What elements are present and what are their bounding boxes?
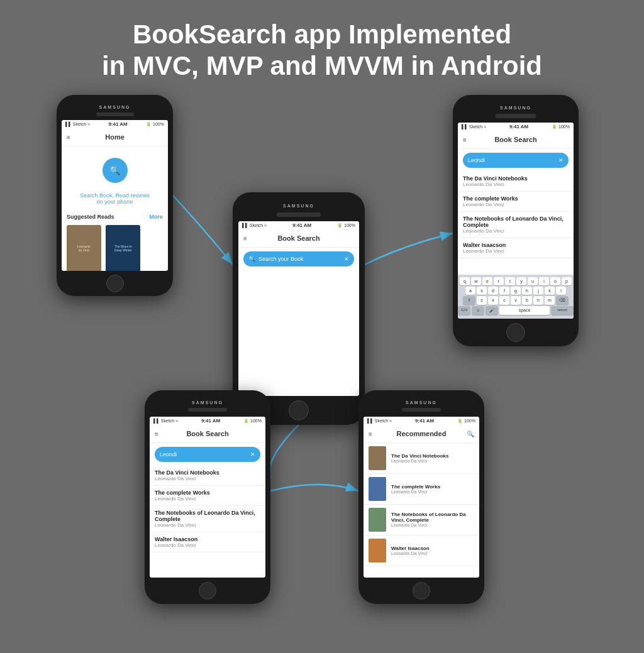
kb-key[interactable]: i	[539, 277, 549, 285]
kb-key[interactable]: m	[545, 296, 555, 305]
phone4-home-btn[interactable]	[199, 582, 216, 600]
list-item[interactable]: Walter Isaacson Leonardo Da Vinci	[364, 535, 479, 566]
kb-123-key[interactable]: 123	[458, 306, 470, 315]
phone4-speaker	[188, 408, 227, 412]
phone5-title: Recommended	[397, 430, 447, 437]
kb-key[interactable]: u	[528, 277, 538, 285]
kb-key[interactable]: l	[556, 287, 566, 295]
phone4-screen: ▌▌ Sketch ≈ 9:41 AM 🔋 100% ≡ Book Search…	[150, 417, 265, 578]
kb-key[interactable]: x	[488, 296, 498, 305]
kb-emoji-key[interactable]: ☺	[472, 306, 484, 315]
result-thumb-3	[369, 508, 386, 532]
phone1-suggested-label: Suggested Reads	[67, 214, 114, 220]
phone3-menu-icon: ≡	[463, 136, 467, 143]
kb-backspace-key[interactable]: ⌫	[556, 296, 569, 305]
kb-mic-key[interactable]: 🎤	[486, 306, 498, 315]
phone2-close-icon[interactable]: ✕	[344, 256, 349, 262]
kb-return-key[interactable]: return	[551, 306, 574, 315]
phone5-samsung-label: SAMSUNG	[358, 400, 484, 405]
phone1-home-btn[interactable]	[106, 275, 124, 292]
list-item[interactable]: The Da Vinci Notebooks Leonardo Da Vinci	[150, 466, 265, 486]
phone5-screen: ▌▌ Sketch ≈ 9:41 AM 🔋 100% ≡ Recommended…	[364, 417, 479, 578]
phone2-samsung-label: SAMSUNG	[233, 204, 365, 208]
list-item[interactable]: The complete Works Leonardo Da Vinci	[150, 486, 265, 506]
phone4-time: 9:41 AM	[201, 418, 220, 424]
phone1-menu-icon: ≡	[67, 134, 70, 141]
kb-key[interactable]: f	[499, 287, 509, 295]
phone2-home-btn[interactable]	[289, 400, 309, 420]
phone2-speaker	[277, 212, 321, 217]
phone2-menu-icon: ≡	[243, 235, 247, 242]
title-line1: BookSearch app Implemented	[133, 19, 511, 49]
kb-key[interactable]: e	[482, 277, 492, 285]
kb-key[interactable]: k	[545, 287, 555, 295]
phone5-home-btn[interactable]	[413, 582, 430, 600]
phone3-results: The Da Vinci Notebooks Leonardo Da Vinci…	[458, 172, 574, 275]
phone5-search-icon[interactable]: 🔍	[467, 431, 474, 437]
phone1-search-label: Search Book, Read reviews on your phone	[62, 192, 168, 205]
phone4-signal: ▌▌ Sketch ≈	[153, 419, 178, 423]
kb-key[interactable]: z	[477, 296, 487, 305]
phone5: SAMSUNG ▌▌ Sketch ≈ 9:41 AM 🔋 100% ≡ Rec…	[358, 390, 484, 604]
result-thumb-1	[369, 446, 386, 470]
kb-key[interactable]: s	[477, 287, 487, 295]
phone4-search-bar[interactable]: Leondi ✕	[155, 447, 260, 462]
kb-key[interactable]: n	[533, 296, 543, 305]
phone1-title: Home	[105, 133, 125, 141]
list-item[interactable]: The complete Works Leonardo Da Vinci	[364, 474, 479, 505]
kb-key[interactable]: o	[550, 277, 560, 285]
book-cover-1: Leonardoda Vinci	[67, 225, 101, 271]
list-item[interactable]: The complete Works Leonardo Da Vinci	[458, 192, 574, 212]
kb-key[interactable]: a	[465, 287, 475, 295]
kb-key[interactable]: y	[516, 277, 526, 285]
kb-key[interactable]: b	[522, 296, 532, 305]
phone1-battery: 🔋 100%	[146, 122, 164, 127]
kb-key[interactable]: r	[494, 277, 504, 285]
kb-key[interactable]: h	[522, 287, 532, 295]
phone2-search-bar[interactable]: 🔍 Search your Book ✕	[243, 251, 354, 266]
phone3-status-bar: ▌▌ Sketch ≈ 9:41 AM 🔋 100%	[458, 123, 574, 131]
phone1-suggested-header: Suggested Reads More	[62, 211, 168, 222]
phone4-close-icon[interactable]: ✕	[250, 451, 255, 458]
kb-key[interactable]: w	[471, 277, 481, 285]
phone4: SAMSUNG ▌▌ Sketch ≈ 9:41 AM 🔋 100% ≡ Boo…	[145, 390, 270, 604]
phone3-time: 9:41 AM	[509, 124, 528, 129]
phone2-status-bar: ▌▌ Sketch ≈ 9:41 AM 🔋 100%	[238, 221, 359, 230]
kb-row4: 123 ☺ 🎤 space return	[460, 306, 572, 315]
list-item[interactable]: The Da Vinci Notebooks Leonardo Da Vinci	[364, 443, 479, 474]
phone4-title: Book Search	[186, 430, 228, 437]
phone3-speaker	[496, 114, 536, 118]
kb-key[interactable]: c	[499, 296, 509, 305]
phone4-menu-icon: ≡	[155, 431, 158, 437]
result-thumb-4	[369, 539, 386, 562]
phone3-search-bar[interactable]: Leondi ✕	[463, 153, 569, 168]
phone1-more-btn[interactable]: More	[149, 214, 163, 220]
list-item[interactable]: Walter Isaacson Leonardo Da Vinci	[150, 532, 265, 552]
book-cover-2: The Moon inDeep Winter	[106, 225, 140, 271]
kb-key[interactable]: t	[505, 277, 515, 285]
list-item[interactable]: The Da Vinci Notebooks Leonardo Da Vinci	[458, 172, 574, 192]
phone3-close-icon[interactable]: ✕	[558, 157, 564, 163]
phone4-battery: 🔋 100%	[243, 419, 262, 424]
phone3: SAMSUNG ▌▌ Sketch ≈ 9:41 AM 🔋 100% ≡ Boo…	[453, 95, 579, 346]
phone3-screen: ▌▌ Sketch ≈ 9:41 AM 🔋 100% ≡ Book Search…	[458, 123, 574, 319]
kb-row1: q w e r t y u i o p	[460, 277, 572, 285]
kb-shift-key[interactable]: ⇧	[463, 296, 475, 305]
list-item[interactable]: The Notebooks of Leonardo Da Vinci, Comp…	[364, 505, 479, 535]
phone1-time: 9:41 AM	[108, 121, 127, 127]
kb-key[interactable]: p	[562, 277, 572, 285]
kb-key[interactable]: g	[511, 287, 521, 295]
list-item[interactable]: Walter Isaacson Leonardo Da Vinci	[458, 238, 574, 258]
phone3-home-btn[interactable]	[506, 323, 525, 342]
kb-key[interactable]: j	[533, 287, 543, 295]
phone1-appbar: ≡ Home	[62, 129, 168, 146]
phone5-status-bar: ▌▌ Sketch ≈ 9:41 AM 🔋 100%	[364, 417, 479, 425]
kb-key[interactable]: v	[511, 296, 521, 305]
list-item[interactable]: The Notebooks of Leonardo Da Vinci, Comp…	[150, 506, 265, 532]
kb-key[interactable]: d	[488, 287, 498, 295]
list-item[interactable]: The Notebooks of Leonardo Da Vinci, Comp…	[458, 212, 574, 238]
kb-key[interactable]: q	[460, 277, 470, 285]
phone1-home-search-btn[interactable]: 🔍	[103, 158, 128, 183]
kb-space-key[interactable]: space	[499, 306, 550, 315]
phone2-time: 9:41 AM	[292, 222, 311, 228]
